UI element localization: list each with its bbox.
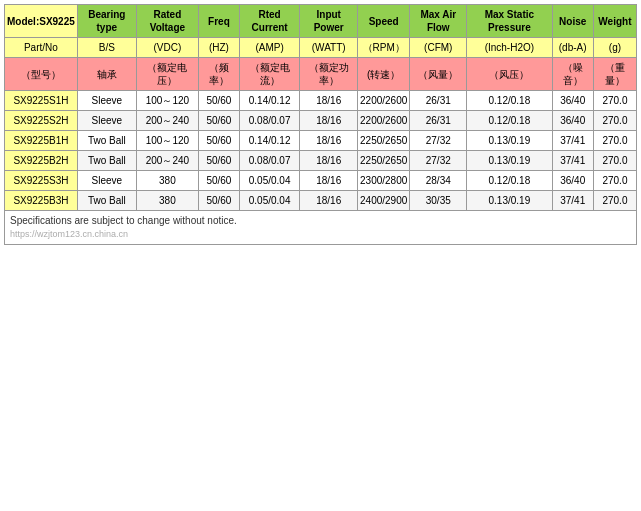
cell-airflow: 26/31 <box>410 111 467 131</box>
table-row: SX9225B3HTwo Ball38050/600.05/0.0418/162… <box>5 191 637 211</box>
units-partno: Part/No <box>5 38 78 58</box>
cn-weight: （重量） <box>593 58 636 91</box>
cell-bearing: Sleeve <box>77 171 136 191</box>
units-pressure: (Inch-H2O) <box>467 38 552 58</box>
table-row: SX9225B1HTwo Ball100～12050/600.14/0.1218… <box>5 131 637 151</box>
header-row-cn: （型号） 轴承 （额定电压） （频率） （额定电流） （额定功率） (转速） （… <box>5 58 637 91</box>
header-bearing: Bearing type <box>77 5 136 38</box>
cell-current: 0.05/0.04 <box>239 171 300 191</box>
header-voltage: Rated Voltage <box>136 5 198 38</box>
cn-airflow: （风量） <box>410 58 467 91</box>
cell-model: SX9225S1H <box>5 91 78 111</box>
units-speed: （RPM） <box>358 38 410 58</box>
header-row-en: Model:SX9225 Bearing type Rated Voltage … <box>5 5 637 38</box>
cell-noise: 36/40 <box>552 171 593 191</box>
cell-bearing: Two Ball <box>77 131 136 151</box>
cn-speed: (转速） <box>358 58 410 91</box>
cell-noise: 36/40 <box>552 91 593 111</box>
cell-voltage: 380 <box>136 171 198 191</box>
cell-airflow: 27/32 <box>410 151 467 171</box>
cell-voltage: 200～240 <box>136 151 198 171</box>
table-row: SX9225S3HSleeve38050/600.05/0.0418/16230… <box>5 171 637 191</box>
cell-model: SX9225B3H <box>5 191 78 211</box>
cell-voltage: 100～120 <box>136 131 198 151</box>
cn-current: （额定电流） <box>239 58 300 91</box>
cell-current: 0.14/0.12 <box>239 91 300 111</box>
cell-speed: 2250/2650 <box>358 131 410 151</box>
cn-freq: （频率） <box>199 58 240 91</box>
cell-bearing: Two Ball <box>77 191 136 211</box>
cell-model: SX9225S3H <box>5 171 78 191</box>
cell-bearing: Two Ball <box>77 151 136 171</box>
footer-text: Specifications are subject to change wit… <box>5 211 637 245</box>
cell-pressure: 0.12/0.18 <box>467 111 552 131</box>
cn-noise: （噪音） <box>552 58 593 91</box>
cell-weight: 270.0 <box>593 91 636 111</box>
header-power: Input Power <box>300 5 358 38</box>
cell-speed: 2250/2650 <box>358 151 410 171</box>
cell-airflow: 28/34 <box>410 171 467 191</box>
cn-voltage: （额定电压） <box>136 58 198 91</box>
cell-voltage: 380 <box>136 191 198 211</box>
cell-current: 0.05/0.04 <box>239 191 300 211</box>
cell-noise: 36/40 <box>552 111 593 131</box>
cell-voltage: 100～120 <box>136 91 198 111</box>
cn-pressure: （风压） <box>467 58 552 91</box>
cell-power: 18/16 <box>300 91 358 111</box>
units-noise: (db-A) <box>552 38 593 58</box>
cell-freq: 50/60 <box>199 151 240 171</box>
cell-freq: 50/60 <box>199 171 240 191</box>
table-row: SX9225B2HTwo Ball200～24050/600.08/0.0718… <box>5 151 637 171</box>
table-row: SX9225S1HSleeve100～12050/600.14/0.1218/1… <box>5 91 637 111</box>
units-voltage: (VDC) <box>136 38 198 58</box>
cell-weight: 270.0 <box>593 151 636 171</box>
cell-weight: 270.0 <box>593 171 636 191</box>
cell-pressure: 0.12/0.18 <box>467 91 552 111</box>
header-row-units: Part/No B/S (VDC) (HZ) (AMP) (WATT) （RPM… <box>5 38 637 58</box>
cn-model: （型号） <box>5 58 78 91</box>
footer-row: Specifications are subject to change wit… <box>5 211 637 245</box>
units-bearing: B/S <box>77 38 136 58</box>
cell-model: SX9225S2H <box>5 111 78 131</box>
cell-power: 18/16 <box>300 171 358 191</box>
cell-current: 0.08/0.07 <box>239 111 300 131</box>
cell-bearing: Sleeve <box>77 111 136 131</box>
cell-power: 18/16 <box>300 131 358 151</box>
units-airflow: (CFM) <box>410 38 467 58</box>
cell-pressure: 0.13/0.19 <box>467 131 552 151</box>
cell-voltage: 200～240 <box>136 111 198 131</box>
cell-speed: 2200/2600 <box>358 111 410 131</box>
cell-pressure: 0.13/0.19 <box>467 151 552 171</box>
header-freq: Freq <box>199 5 240 38</box>
cell-weight: 270.0 <box>593 131 636 151</box>
cell-speed: 2400/2900 <box>358 191 410 211</box>
cell-weight: 270.0 <box>593 191 636 211</box>
units-freq: (HZ) <box>199 38 240 58</box>
units-power: (WATT) <box>300 38 358 58</box>
header-weight: Weight <box>593 5 636 38</box>
header-airflow: Max Air Flow <box>410 5 467 38</box>
header-current: Rted Current <box>239 5 300 38</box>
header-pressure-inch: Max Static Pressure <box>467 5 552 38</box>
cell-noise: 37/41 <box>552 131 593 151</box>
cn-power: （额定功率） <box>300 58 358 91</box>
header-speed: Speed <box>358 5 410 38</box>
cell-power: 18/16 <box>300 111 358 131</box>
cell-freq: 50/60 <box>199 91 240 111</box>
cell-freq: 50/60 <box>199 131 240 151</box>
cell-noise: 37/41 <box>552 151 593 171</box>
cell-airflow: 26/31 <box>410 91 467 111</box>
cell-bearing: Sleeve <box>77 91 136 111</box>
cell-model: SX9225B1H <box>5 131 78 151</box>
cell-pressure: 0.12/0.18 <box>467 171 552 191</box>
cell-current: 0.14/0.12 <box>239 131 300 151</box>
main-table: Model:SX9225 Bearing type Rated Voltage … <box>4 4 637 245</box>
watermark: https://wzjtom123.cn.china.cn <box>10 229 128 239</box>
units-weight: (g) <box>593 38 636 58</box>
cn-bearing: 轴承 <box>77 58 136 91</box>
units-current: (AMP) <box>239 38 300 58</box>
cell-speed: 2200/2600 <box>358 91 410 111</box>
table-row: SX9225S2HSleeve200～24050/600.08/0.0718/1… <box>5 111 637 131</box>
cell-pressure: 0.13/0.19 <box>467 191 552 211</box>
cell-power: 18/16 <box>300 151 358 171</box>
